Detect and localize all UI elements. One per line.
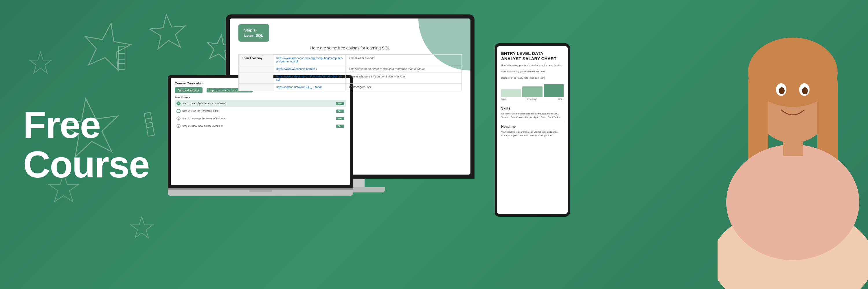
start-next-lecture-btn[interactable]: Start next lecture > xyxy=(175,87,203,93)
resource-url[interactable]: https://www.w3schools.com/sql/ xyxy=(273,65,346,73)
salary-bar-3 xyxy=(544,84,564,97)
salary-bar-2 xyxy=(522,86,542,97)
course-title-2: Step 2: Craft the Perfect Resume xyxy=(182,110,336,112)
salary-label-2: $60K-$70K xyxy=(527,98,537,100)
laptop-base xyxy=(168,190,353,196)
monitor-content: Step 1. Learn SQL Here are some free opt… xyxy=(230,19,470,97)
svg-rect-17 xyxy=(178,126,179,128)
resource-note: This seems to be better to use as a refe… xyxy=(346,65,462,73)
course-title-3: Step 3: Leverage the Power of LinkedIn xyxy=(182,117,336,120)
hero-title-line1: Free xyxy=(23,105,149,145)
resource-note: A great alternative if you don't vibe wi… xyxy=(346,73,462,83)
table-row: https://www.datacamp.com/courses/introdu… xyxy=(239,73,462,83)
tablet-subtitle-3: Degree can be in any field (even non-tec… xyxy=(501,76,564,80)
tablet-divider xyxy=(501,104,564,104)
svg-point-27 xyxy=(726,145,859,260)
tablet-device: ENTRY LEVEL DATA ANALYST SALARY CHART He… xyxy=(495,43,570,217)
hero-title-line2: Course xyxy=(23,145,149,184)
tablet-headline-body: Your headline is searchable, so you list… xyxy=(501,130,564,137)
hero-text: Free Course xyxy=(23,105,149,184)
tablet-content: ENTRY LEVEL DATA ANALYST SALARY CHART He… xyxy=(497,46,568,145)
tablet-subtitle-2: *This is assuming you've learned SQL and… xyxy=(501,70,564,73)
resource-url[interactable]: https://sqlzoo.net/wiki/SQL_Tutorial xyxy=(273,83,346,91)
table-row: https://sqlzoo.net/wiki/SQL_Tutorial Ano… xyxy=(239,83,462,91)
screen-subtitle: Here are some free options for learning … xyxy=(239,46,462,50)
course-start-btn-2[interactable]: Start xyxy=(336,110,344,113)
salary-bar-1 xyxy=(501,89,521,97)
resource-name xyxy=(239,73,273,83)
sql-resources-table: Khan Academy https://www.khanacademy.org… xyxy=(239,54,462,91)
course-icon-1 xyxy=(177,102,181,106)
resource-name xyxy=(239,65,273,73)
tablet-title: ENTRY LEVEL DATA ANALYST SALARY CHART xyxy=(501,51,564,61)
presenter-photo xyxy=(717,0,868,289)
course-item-4[interactable]: Step 4: Know What Salary to Ask For Star… xyxy=(175,122,346,130)
course-item-2[interactable]: Step 2: Craft the Perfect Resume Start xyxy=(175,108,346,114)
resource-url[interactable]: https://www.khanacademy.org/computing/co… xyxy=(273,55,346,65)
resource-note: Another great opt... xyxy=(346,83,462,91)
lock-icon xyxy=(177,117,180,120)
tablet-skills-body: Go to the 'Skills' section and add all t… xyxy=(501,112,564,119)
course-start-btn-3[interactable]: Start xyxy=(336,117,344,120)
tablet-outer: ENTRY LEVEL DATA ANALYST SALARY CHART He… xyxy=(495,43,570,217)
course-item-3[interactable]: Step 3: Leverage the Power of LinkedIn S… xyxy=(175,115,346,122)
course-title-1: Step 1: Learn the Tools (SQL & Tableau) xyxy=(182,102,336,105)
course-icon-4 xyxy=(177,124,181,128)
salary-label-3: $70K+ xyxy=(558,98,564,100)
step-box: Step 1. Learn SQL xyxy=(239,24,269,42)
course-start-btn-1[interactable]: Start xyxy=(336,102,344,105)
tablet-skills-title: Skills xyxy=(501,106,564,110)
svg-rect-28 xyxy=(783,133,803,156)
svg-rect-16 xyxy=(178,118,179,120)
tablet-subtitle-1: Here's the salary you should aim for bas… xyxy=(501,64,564,67)
resource-name xyxy=(239,83,273,91)
resource-name: Khan Academy xyxy=(239,55,273,65)
lock-icon-2 xyxy=(177,125,180,128)
resource-url[interactable]: https://www.datacamp.com/courses/introdu… xyxy=(273,73,346,83)
table-row: Khan Academy https://www.khanacademy.org… xyxy=(239,55,462,65)
course-title-4: Step 4: Know What Salary to Ask For xyxy=(182,124,336,128)
course-icon-3 xyxy=(177,116,181,120)
salary-labels: $60K $60K-$70K $70K+ xyxy=(501,98,564,100)
tablet-screen: ENTRY LEVEL DATA ANALYST SALARY CHART He… xyxy=(497,46,568,214)
svg-point-25 xyxy=(779,87,785,94)
tablet-divider-2 xyxy=(501,122,564,122)
course-icon-2 xyxy=(177,109,181,113)
svg-point-26 xyxy=(802,87,808,94)
devices-area: Step 1. Learn SQL Here are some free opt… xyxy=(168,9,573,280)
course-start-btn-4[interactable]: Start xyxy=(336,124,344,128)
table-row: https://www.w3schools.com/sql/ This seem… xyxy=(239,65,462,73)
course-item-1[interactable]: Step 1: Learn the Tools (SQL & Tableau) … xyxy=(175,100,346,107)
resource-note: This is what I used! xyxy=(346,55,462,65)
presenter-svg xyxy=(717,0,868,289)
tablet-headline-title: Headline xyxy=(501,124,564,129)
salary-label-1: $60K xyxy=(501,98,506,100)
salary-chart xyxy=(501,83,564,97)
